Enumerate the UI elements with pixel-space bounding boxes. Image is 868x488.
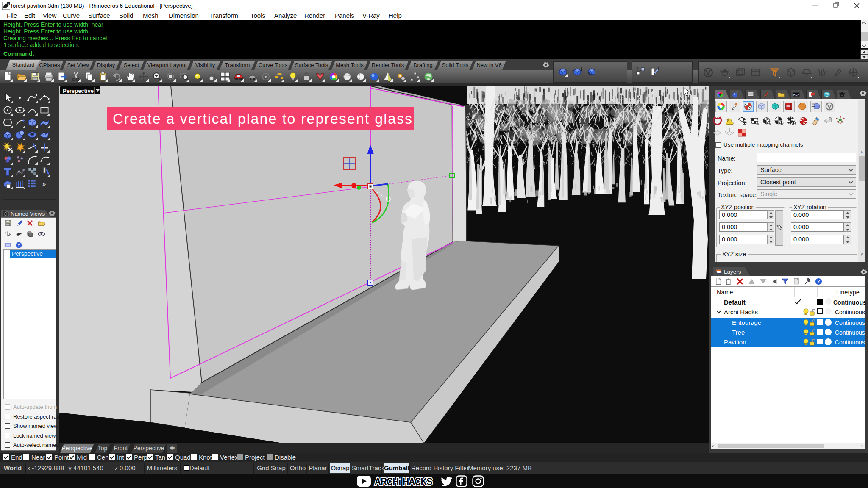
svg-text:6: 6 bbox=[8, 2, 9, 5]
svg-text:Perspective: Perspective bbox=[63, 88, 94, 94]
svg-text:ARCHi HACKS: ARCHi HACKS bbox=[375, 476, 432, 487]
svg-text:RCP: RCP bbox=[793, 93, 800, 96]
svg-text:?: ? bbox=[817, 279, 820, 284]
svg-text:?: ? bbox=[636, 67, 639, 72]
svg-text:?: ? bbox=[18, 243, 20, 247]
svg-text:?: ? bbox=[657, 67, 659, 71]
svg-text:Create a vertical plane to rep: Create a vertical plane to represent gla… bbox=[113, 111, 413, 127]
